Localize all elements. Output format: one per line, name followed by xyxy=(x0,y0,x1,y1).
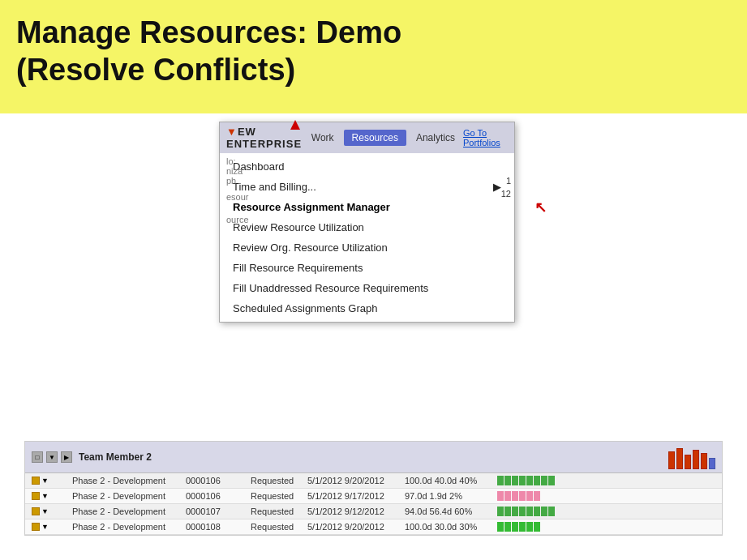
menu-item-review-org[interactable]: Review Org. Resource Utilization xyxy=(220,237,514,258)
red-arrow-annotation: ↖ xyxy=(534,199,547,216)
gantt-bar-4 xyxy=(497,522,540,532)
gantt-bar-1 xyxy=(497,476,555,485)
row-controls-2: ▼ xyxy=(32,492,72,500)
row-icon-4 xyxy=(32,523,40,531)
menu-item-fill-unaddressed[interactable]: Fill Unaddressed Resource Requirements xyxy=(220,278,514,298)
row-arrow-4: ▼ xyxy=(41,523,49,531)
phase-col-2: Phase 2 - Development xyxy=(72,491,186,501)
date-col-2: 5/1/2012 9/17/2012 xyxy=(307,491,405,501)
id-col-3: 0000107 xyxy=(186,507,251,516)
gantt-block xyxy=(512,491,518,501)
nav-bar: ▼EW ENTERPRISE Work Resources Analytics … xyxy=(220,122,514,153)
partial-number: 1 xyxy=(506,176,511,186)
mini-chart xyxy=(668,445,715,469)
gantt-block xyxy=(504,507,511,516)
partial-number2: 12 xyxy=(501,189,511,199)
date-col-3: 5/1/2012 9/12/2012 xyxy=(307,507,405,516)
gantt-block xyxy=(534,522,540,532)
gantt-block xyxy=(541,476,547,485)
team-member-label: Team Member 2 xyxy=(79,451,152,463)
row-icon-3 xyxy=(32,507,40,515)
gantt-block xyxy=(534,507,540,516)
id-col-4: 0000108 xyxy=(186,522,251,532)
gantt-block xyxy=(526,522,533,532)
chart-bar-2 xyxy=(676,448,683,469)
page-title: Manage Resources: Demo (Resolve Conflict… xyxy=(16,15,731,88)
table-row: ▼ Phase 2 - Development 0000106 Requeste… xyxy=(25,473,722,489)
gantt-bar-3 xyxy=(497,507,555,516)
row-arrow-2: ▼ xyxy=(41,492,49,500)
menu-item-dashboard[interactable]: Dashboard xyxy=(220,156,514,177)
gantt-block xyxy=(504,491,511,501)
date-col-1: 5/1/2012 9/20/2012 xyxy=(307,476,405,485)
gantt-block xyxy=(497,491,504,501)
row-arrow-1: ▼ xyxy=(41,477,49,485)
gantt-block xyxy=(519,507,526,516)
gantt-bar-2 xyxy=(497,491,540,501)
gantt-block xyxy=(526,507,533,516)
menu-items: Dashboard Time and Billing... ▶ Resource… xyxy=(220,153,514,322)
status-col-3: Requested xyxy=(251,507,307,516)
row-controls-4: ▼ xyxy=(32,523,72,531)
phase-col-3: Phase 2 - Development xyxy=(72,507,186,516)
tab-analytics[interactable]: Analytics xyxy=(408,130,463,146)
table-row: ▼ Phase 2 - Development 0000107 Requeste… xyxy=(25,504,722,519)
gantt-block xyxy=(519,522,526,532)
gantt-block xyxy=(504,476,511,485)
go-to-portfolios-link[interactable]: Go To Portfolios xyxy=(463,128,508,147)
gantt-block xyxy=(519,491,526,501)
table-header: □ ▼ ▶ Team Member 2 xyxy=(25,442,722,473)
row-arrow-3: ▼ xyxy=(41,507,49,515)
tab-resources[interactable]: Resources xyxy=(344,130,406,146)
dur-col-2: 97.0d 1.9d 2% xyxy=(405,491,494,501)
table-row: ▼ Phase 2 - Development 0000108 Requeste… xyxy=(25,519,722,535)
menu-item-timebilling[interactable]: Time and Billing... ▶ xyxy=(220,177,514,197)
gantt-block xyxy=(519,476,526,485)
id-col-2: 0000106 xyxy=(186,491,251,501)
menu-item-scheduled-graph[interactable]: Scheduled Assignments Graph xyxy=(220,298,514,318)
gantt-block xyxy=(541,507,547,516)
expand-btn[interactable]: ▼ xyxy=(46,451,58,463)
chart-bar-3 xyxy=(685,455,691,469)
id-col-1: 0000106 xyxy=(186,476,251,485)
cursor-indicator xyxy=(290,120,300,130)
tab-work[interactable]: Work xyxy=(303,130,342,146)
nav-btn[interactable]: ▶ xyxy=(61,451,72,463)
resource-table-section: □ ▼ ▶ Team Member 2 xyxy=(0,332,747,536)
row-icon-1 xyxy=(32,477,40,485)
menu-item-fill-req[interactable]: Fill Resource Requirements xyxy=(220,258,514,278)
status-col-2: Requested xyxy=(251,491,307,501)
dur-col-3: 94.0d 56.4d 60% xyxy=(405,507,494,516)
gantt-block xyxy=(497,476,504,485)
dropdown-panel: ▼EW ENTERPRISE Work Resources Analytics … xyxy=(219,122,515,323)
nav-tabs: Work Resources Analytics xyxy=(303,130,463,146)
gantt-block xyxy=(534,491,540,501)
collapse-btn[interactable]: □ xyxy=(32,451,43,463)
dur-col-4: 100.0d 30.0d 30% xyxy=(405,522,494,532)
status-col-4: Requested xyxy=(251,522,307,532)
row-icon-2 xyxy=(32,492,40,500)
chart-bar-1 xyxy=(668,451,675,469)
table-row: ▼ Phase 2 - Development 0000106 Requeste… xyxy=(25,489,722,504)
gantt-block xyxy=(512,522,518,532)
status-col-1: Requested xyxy=(251,476,307,485)
gantt-block xyxy=(548,507,555,516)
menu-item-review-util[interactable]: Review Resource Utilization xyxy=(220,217,514,237)
gantt-block xyxy=(504,522,511,532)
chart-bar-4 xyxy=(693,450,699,469)
row-controls-1: ▼ xyxy=(32,477,72,485)
gantt-block xyxy=(497,522,504,532)
gantt-block xyxy=(548,476,555,485)
chart-bar-6 xyxy=(709,458,715,469)
phase-col-1: Phase 2 - Development xyxy=(72,476,186,485)
gantt-block xyxy=(512,507,518,516)
page-header: Manage Resources: Demo (Resolve Conflict… xyxy=(0,0,747,113)
gantt-block xyxy=(526,476,533,485)
gantt-block xyxy=(497,507,504,516)
gantt-block xyxy=(526,491,533,501)
dur-col-1: 100.0d 40.0d 40% xyxy=(405,476,494,485)
chart-bar-5 xyxy=(701,453,707,469)
date-col-4: 5/1/2012 9/20/2012 xyxy=(307,522,405,532)
resource-table: □ ▼ ▶ Team Member 2 xyxy=(24,441,723,536)
menu-item-ram[interactable]: Resource Assignment Manager ↖ xyxy=(220,197,514,217)
